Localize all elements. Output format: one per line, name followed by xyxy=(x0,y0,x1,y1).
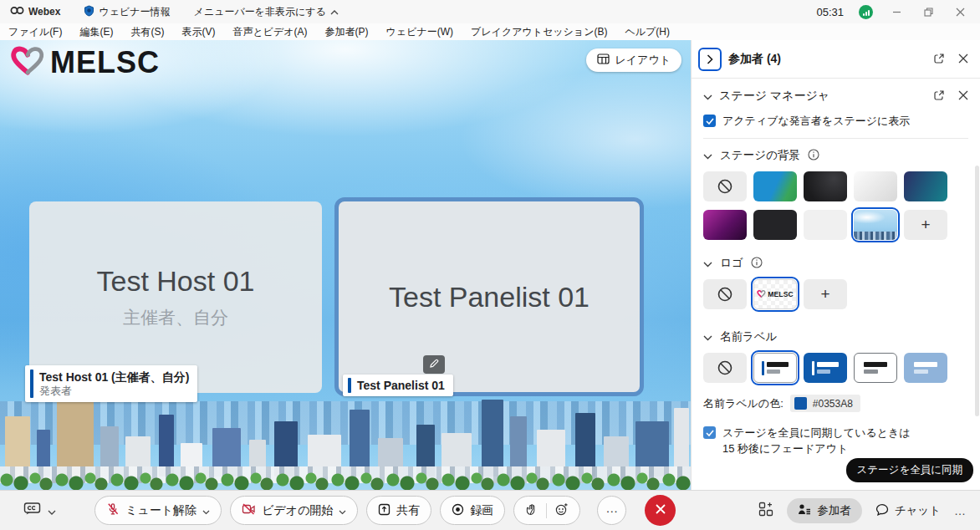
participants-toggle-button[interactable]: 参加者 xyxy=(787,498,862,523)
chevron-down-icon[interactable] xyxy=(703,331,712,344)
menu-share[interactable]: 共有(S) xyxy=(130,25,164,39)
logo-swatch-melsc-selected[interactable]: MELSC xyxy=(753,279,797,309)
raise-hand-icon[interactable] xyxy=(525,502,538,518)
background-swatch-light[interactable] xyxy=(804,210,847,240)
side-panel: 参加者 (4) ステージ マネージャ xyxy=(691,40,980,490)
chevron-up-icon xyxy=(330,6,339,18)
logo-swatches-row: MELSC + xyxy=(692,278,980,309)
none-icon xyxy=(717,178,733,195)
menu-breakout[interactable]: ブレイクアウトセッション(B) xyxy=(471,25,607,39)
name-label-styles-row xyxy=(692,351,980,383)
popout-icon[interactable] xyxy=(933,89,945,104)
share-icon xyxy=(378,503,390,518)
unmute-button[interactable]: ミュート解除 xyxy=(94,496,222,525)
reactions-icon[interactable] xyxy=(555,502,569,518)
record-button[interactable]: 録画 xyxy=(440,496,505,525)
menu-view[interactable]: 表示(V) xyxy=(181,25,215,39)
name-label-style-1-selected[interactable] xyxy=(753,353,797,383)
background-swatch-city-selected[interactable] xyxy=(854,210,897,240)
connection-quality-icon[interactable] xyxy=(859,5,873,19)
menu-audio-video[interactable]: 音声とビデオ(A) xyxy=(232,25,307,39)
host-label-line1: Test Host 01 (主催者、自分) xyxy=(39,369,189,385)
name-label-style-2[interactable] xyxy=(804,353,847,383)
name-label-color-row: 名前ラベルの色: #0353A8 xyxy=(692,390,980,415)
sync-fadeout-checkbox[interactable] xyxy=(703,426,716,439)
start-video-button[interactable]: ビデオの開始 xyxy=(230,496,358,525)
close-window-button[interactable] xyxy=(952,3,968,20)
host-name-label: Test Host 01 (主催者、自分) 発表者 xyxy=(25,365,197,402)
chat-toggle-button[interactable]: チャット xyxy=(875,503,941,518)
host-display-name: Test Host 01 xyxy=(97,265,255,298)
video-tile-panelist[interactable]: Test Panelist 01 xyxy=(334,197,644,396)
hide-menubar-button[interactable]: メニューバーを非表示にする xyxy=(194,5,339,19)
sync-fadeout-row: ステージを全員に同期しているときは xyxy=(692,415,980,441)
more-dots: … xyxy=(605,501,618,515)
titlebar-left: Webex ウェビナー情報 メニューバーを非表示にする xyxy=(0,5,357,19)
name-label-style-4[interactable] xyxy=(904,353,947,383)
logo-none-swatch[interactable] xyxy=(703,279,747,309)
edit-name-label-button[interactable] xyxy=(423,355,445,374)
background-swatch-blue-green[interactable] xyxy=(753,171,797,201)
background-swatch-charcoal[interactable] xyxy=(753,210,797,240)
control-bar: ミュート解除 ビデオの開始 共有 xyxy=(0,490,980,530)
menu-file[interactable]: ファイル(F) xyxy=(8,25,62,39)
plus-icon: + xyxy=(820,285,829,303)
more-panels-button[interactable]: … xyxy=(954,504,967,517)
info-icon[interactable] xyxy=(808,149,819,163)
chevron-down-icon xyxy=(48,503,56,518)
add-logo-button[interactable]: + xyxy=(804,279,847,309)
meeting-timer: 05:31 xyxy=(816,6,844,18)
start-video-label: ビデオの開始 xyxy=(262,503,333,518)
participants-toggle-label: 参加者 xyxy=(817,503,851,518)
chevron-down-icon[interactable] xyxy=(703,257,712,270)
background-swatch-silver[interactable] xyxy=(854,171,897,201)
maximize-button[interactable] xyxy=(920,3,937,20)
info-icon[interactable] xyxy=(751,257,763,271)
sync-stage-button[interactable]: ステージを全員に同期 xyxy=(846,458,973,482)
share-button[interactable]: 共有 xyxy=(366,496,431,525)
apps-icon[interactable] xyxy=(758,502,773,520)
background-none-swatch[interactable] xyxy=(703,171,747,201)
panel-scrollbar[interactable] xyxy=(975,166,979,416)
participants-icon xyxy=(798,503,811,517)
stage-brand-logo: MELSC xyxy=(10,45,160,80)
add-background-button[interactable]: + xyxy=(904,210,947,240)
name-label-style-3[interactable] xyxy=(854,353,897,383)
more-options-button[interactable]: … xyxy=(597,496,626,525)
titlebar: Webex ウェビナー情報 メニューバーを非表示にする 05:31 xyxy=(0,0,980,23)
minimize-button[interactable] xyxy=(888,3,905,20)
collapse-panel-button[interactable] xyxy=(698,48,722,71)
camera-off-icon xyxy=(242,503,256,517)
webinar-info-button[interactable]: ウェビナー情報 xyxy=(84,5,170,19)
video-tile-host[interactable]: Test Host 01 主催者、自分 xyxy=(29,201,322,393)
menu-help[interactable]: ヘルプ(H) xyxy=(625,25,670,39)
background-swatch-purple[interactable] xyxy=(703,210,747,240)
name-label-accent-bar xyxy=(30,369,33,398)
background-swatches-row2: + xyxy=(692,208,980,240)
close-panel-icon[interactable] xyxy=(958,54,968,66)
none-icon xyxy=(717,286,733,303)
close-x-icon xyxy=(655,503,666,517)
name-label-color-picker[interactable]: #0353A8 xyxy=(790,395,860,412)
chevron-down-icon[interactable] xyxy=(703,150,712,162)
chevron-down-icon[interactable] xyxy=(703,90,712,103)
background-swatch-navy-teal[interactable] xyxy=(904,171,947,201)
menu-webinar[interactable]: ウェビナー(W) xyxy=(386,25,453,39)
stage-manager-title: ステージ マネージャ xyxy=(719,89,829,104)
menu-participants[interactable]: 参加者(P) xyxy=(325,25,369,39)
close-stage-manager-icon[interactable] xyxy=(958,90,968,103)
leave-meeting-button[interactable] xyxy=(645,495,676,526)
background-swatch-dark[interactable] xyxy=(804,171,847,201)
popout-icon[interactable] xyxy=(933,53,945,67)
city-skyline xyxy=(0,388,691,490)
stage-manager-header: ステージ マネージャ xyxy=(692,79,980,110)
captions-button[interactable] xyxy=(23,502,56,519)
active-speaker-checkbox[interactable] xyxy=(703,115,716,127)
mic-muted-icon xyxy=(106,502,120,518)
color-chip-icon xyxy=(794,397,807,410)
panelist-name-label: Test Panelist 01 xyxy=(343,375,453,396)
name-label-none-swatch[interactable] xyxy=(703,353,747,383)
building xyxy=(57,396,94,476)
layout-button[interactable]: レイアウト xyxy=(586,48,681,72)
menu-edit[interactable]: 編集(E) xyxy=(79,25,113,39)
